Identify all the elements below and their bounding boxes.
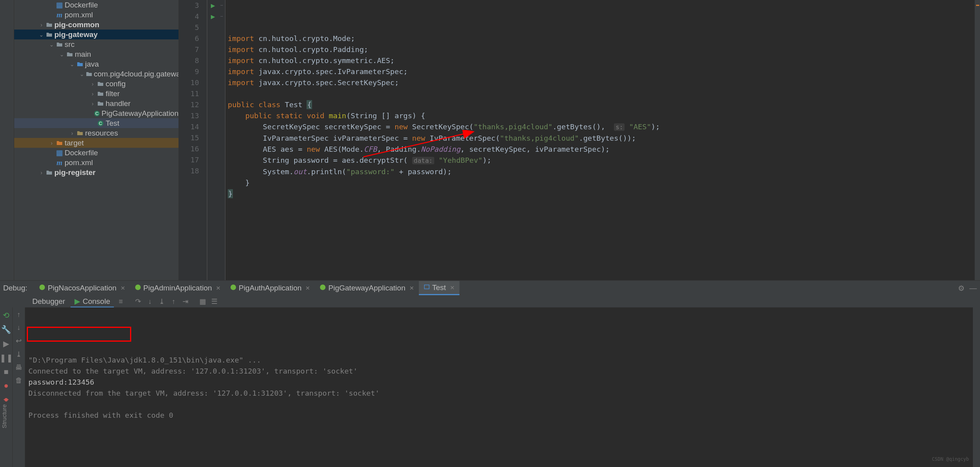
code-line[interactable]: import javax.crypto.spec.SecretKeySpec; [228,77,974,88]
project-tree[interactable]: ▦Dockerfilempom.xml›pig-common⌄pig-gatew… [14,0,179,280]
svg-text:C: C [99,121,102,126]
debug-tab-label: PigAuthApplication [239,284,302,292]
code-line[interactable]: IvParameterSpec ivParameterSpec = new Iv… [228,133,974,144]
error-stripe[interactable] [974,0,980,280]
code-line[interactable]: System.out.println("password:" + passwor… [228,166,974,177]
chevron-icon[interactable]: › [69,130,75,136]
chevron-icon[interactable]: › [90,91,95,97]
code-line[interactable]: public static void main(String [] args) … [228,110,974,121]
force-step-into-icon[interactable]: ⤓ [156,297,167,306]
tree-item-target[interactable]: ›target [14,138,179,148]
debug-left-toolbar: ⟲ 🔧 ▶ ❚❚ ■ ● ● [0,307,13,467]
tree-item-pom-xml[interactable]: mpom.xml [14,158,179,167]
tree-item-resources[interactable]: ›resources [14,128,179,138]
close-icon[interactable]: ✕ [409,285,414,291]
step-out-icon[interactable]: ↑ [168,298,179,306]
chevron-icon[interactable]: ⌄ [39,32,44,38]
scroll-up-icon[interactable]: ↑ [17,311,20,319]
code-line[interactable]: } [228,177,974,188]
run-icon-gutter[interactable]: ▶▶ [207,0,218,280]
step-into-icon[interactable]: ↓ [145,298,155,306]
modify-run-icon[interactable]: 🔧 [1,325,11,334]
view-breakpoints-icon[interactable]: ● [4,381,8,390]
code-line[interactable]: SecretKeySpec secretKeySpec = new Secret… [228,121,974,133]
debug-tab-label: Test [432,283,446,292]
code-line[interactable]: public class Test { [228,99,974,110]
chevron-icon[interactable]: › [90,81,95,87]
soft-wrap-icon[interactable]: ↩ [16,337,22,345]
run-gutter-icon[interactable]: ▶ [211,2,215,9]
chevron-icon[interactable]: ⌄ [69,61,75,67]
scroll-down-icon[interactable]: ↓ [17,324,20,332]
code-line[interactable]: String password = aes.decryptStr( data: … [228,155,974,166]
tree-item-test[interactable]: CTest [14,118,179,128]
chevron-icon[interactable]: › [39,22,44,28]
threads-icon[interactable]: ≡ [115,298,126,306]
tree-item-com-pig4cloud-pig-gateway[interactable]: ⌄com.pig4cloud.pig.gateway [14,69,179,79]
code-line[interactable]: import javax.crypto.spec.IvParameterSpec… [228,66,974,77]
folder-icon [66,51,73,58]
print-icon[interactable]: 🖶 [15,363,22,372]
debugger-tab[interactable]: Debugger [28,296,69,307]
tree-item-dockerfile[interactable]: ▦Dockerfile [14,148,179,158]
clear-icon[interactable]: 🗑 [15,376,22,385]
evaluate-icon[interactable]: ▦ [197,297,208,306]
tree-item-pom-xml[interactable]: mpom.xml [14,10,179,20]
folder-orange-icon [56,140,63,147]
tree-item-src[interactable]: ⌄src [14,39,179,49]
tree-item-handler[interactable]: ›handler [14,99,179,108]
chevron-icon[interactable]: › [49,140,54,146]
console-tab[interactable]: ▶ Console [71,296,114,307]
structure-toolwindow-button[interactable]: Structure [0,401,8,432]
code-line[interactable]: import cn.hutool.crypto.Padding; [228,44,974,55]
trace-icon[interactable]: ☰ [209,297,219,306]
code-line[interactable]: AES aes = new AES(Mode.CFB, Padding.NoPa… [228,144,974,155]
debug-tab-test[interactable]: Test✕ [419,281,459,295]
tree-item-label: filter [106,89,120,98]
tree-item-java[interactable]: ⌄java [14,59,179,69]
tree-item-piggatewayapplication[interactable]: CPigGatewayApplication [14,108,179,118]
debug-tab-pigadminapplication[interactable]: PigAdminApplication✕ [130,281,225,295]
tree-item-config[interactable]: ›config [14,79,179,89]
code-line[interactable]: import cn.hutool.crypto.symmetric.AES; [228,55,974,66]
minimize-icon[interactable]: — [969,284,977,293]
tree-item-label: target [65,139,84,147]
resume-icon[interactable]: ▶ [3,339,9,348]
debug-tab-pignacosapplication[interactable]: PigNacosApplication✕ [34,281,130,295]
debug-tab-piggatewayapplication[interactable]: PigGatewayApplication✕ [315,281,418,295]
stop-icon[interactable]: ■ [4,367,8,376]
drop-frame-icon[interactable]: ⇥ [180,297,190,306]
settings-icon[interactable]: ⚙ [958,284,965,293]
chevron-icon[interactable]: ⌄ [80,71,84,77]
fold-gutter[interactable]: −− [218,0,225,280]
console-output[interactable]: CSDN @qingcyb "D:\Program Files\Java\jdk… [25,307,973,467]
tree-item-main[interactable]: ⌄main [14,49,179,59]
code-line[interactable]: } [228,188,974,199]
close-icon[interactable]: ✕ [121,285,125,291]
code-line[interactable] [228,199,974,210]
tree-item-pig-common[interactable]: ›pig-common [14,20,179,30]
close-icon[interactable]: ✕ [216,285,221,291]
scroll-to-end-icon[interactable]: ⤓ [16,350,22,359]
run-gutter-icon[interactable]: ▶ [211,13,215,20]
chevron-icon[interactable]: › [39,169,44,176]
debug-tab-pigauthapplication[interactable]: PigAuthApplication✕ [225,281,315,295]
code-line[interactable] [228,88,974,99]
chevron-icon[interactable]: ⌄ [59,51,65,58]
code-editor[interactable]: 3456789101112131415161718 ▶▶ −− import c… [179,0,980,280]
layout-icon[interactable] [973,307,980,467]
rerun-icon[interactable]: ⟲ [3,311,9,320]
close-icon[interactable]: ✕ [450,285,455,291]
step-over-icon[interactable]: ↷ [133,297,143,306]
code-line[interactable]: import cn.hutool.crypto.Mode; [228,33,974,44]
close-icon[interactable]: ✕ [305,285,310,291]
warning-mark[interactable] [976,5,979,6]
tree-item-dockerfile[interactable]: ▦Dockerfile [14,0,179,10]
chevron-icon[interactable]: › [90,100,95,107]
code-area[interactable]: import cn.hutool.crypto.Mode;import cn.h… [225,0,974,280]
tree-item-filter[interactable]: ›filter [14,89,179,99]
tree-item-pig-register[interactable]: ›pig-register [14,167,179,177]
tree-item-pig-gateway[interactable]: ⌄pig-gateway [14,30,179,39]
chevron-icon[interactable]: ⌄ [49,41,54,48]
pause-icon[interactable]: ❚❚ [0,353,13,363]
